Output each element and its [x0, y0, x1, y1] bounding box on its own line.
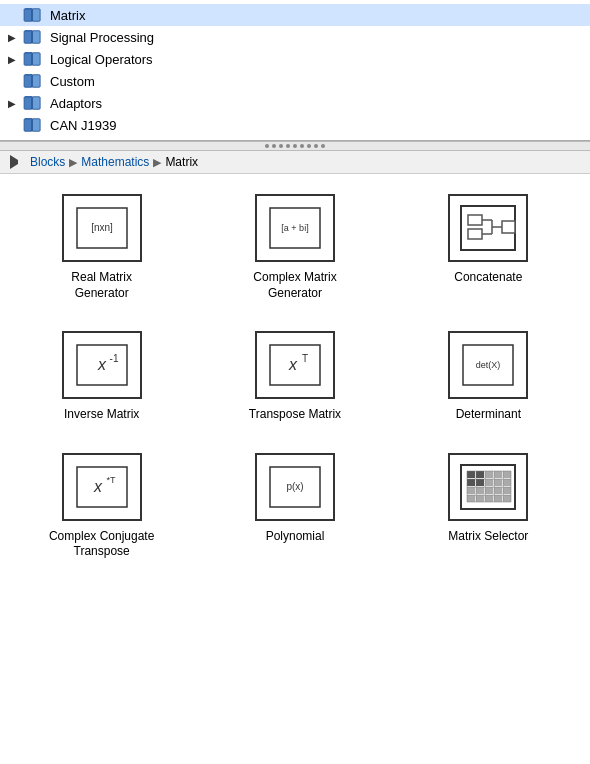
- block-icon-determinant: det(X): [448, 331, 528, 399]
- svg-rect-9: [32, 53, 40, 65]
- svg-rect-53: [494, 471, 502, 478]
- svg-rect-16: [24, 97, 32, 109]
- breadcrumb-arrow-1: ▶: [69, 156, 77, 169]
- tree-label-signal: Signal Processing: [50, 30, 154, 45]
- svg-text:det(X): det(X): [476, 360, 501, 370]
- svg-text:*T: *T: [106, 475, 116, 485]
- separator-dots: [265, 144, 325, 148]
- svg-rect-58: [494, 479, 502, 486]
- block-item-determinant[interactable]: det(X) Determinant: [397, 331, 580, 423]
- tree-item-can-j1939[interactable]: CAN J1939: [0, 114, 590, 136]
- tree-label-adaptors: Adaptors: [50, 96, 102, 111]
- tree-item-adaptors[interactable]: ▶ Adaptors: [0, 92, 590, 114]
- svg-text:[nxn]: [nxn]: [91, 222, 113, 233]
- breadcrumb-blocks[interactable]: Blocks: [30, 155, 65, 169]
- svg-rect-35: [502, 221, 515, 233]
- book-icon-can: [22, 116, 44, 134]
- block-icon-concatenate: [448, 194, 528, 262]
- block-item-concatenate[interactable]: Concatenate: [397, 194, 580, 301]
- block-item-transpose-matrix[interactable]: x T Transpose Matrix: [203, 331, 386, 423]
- block-icon-matrix-selector: [448, 453, 528, 521]
- block-label-complex-conjugate: Complex ConjugateTranspose: [49, 529, 154, 560]
- block-item-complex-conjugate[interactable]: x *T Complex ConjugateTranspose: [10, 453, 193, 560]
- svg-rect-62: [485, 487, 493, 494]
- block-item-complex-matrix-gen[interactable]: [a + bi] Complex MatrixGenerator: [203, 194, 386, 301]
- svg-rect-66: [476, 495, 484, 502]
- block-label-polynomial: Polynomial: [266, 529, 325, 545]
- svg-text:x: x: [93, 478, 103, 495]
- block-label-concatenate: Concatenate: [454, 270, 522, 286]
- svg-rect-12: [24, 75, 32, 87]
- breadcrumb-play-icon[interactable]: [10, 155, 24, 169]
- book-icon-signal: [22, 28, 44, 46]
- svg-rect-68: [494, 495, 502, 502]
- block-icon-complex-conjugate: x *T: [62, 453, 142, 521]
- svg-rect-7: [25, 30, 32, 32]
- block-label-transpose-matrix: Transpose Matrix: [249, 407, 341, 423]
- book-icon-matrix: [22, 6, 44, 24]
- svg-rect-69: [503, 495, 511, 502]
- svg-rect-8: [24, 53, 32, 65]
- svg-rect-5: [32, 31, 40, 43]
- expander-signal: ▶: [8, 32, 20, 43]
- svg-rect-23: [25, 118, 32, 120]
- svg-rect-17: [32, 97, 40, 109]
- expander-adaptors: ▶: [8, 98, 20, 109]
- svg-rect-15: [25, 74, 32, 76]
- svg-rect-1: [32, 9, 40, 21]
- tree-item-signal-processing[interactable]: ▶ Signal Processing: [0, 26, 590, 48]
- block-label-real-matrix-gen: Real MatrixGenerator: [71, 270, 132, 301]
- tree-label-custom: Custom: [50, 74, 95, 89]
- block-item-polynomial[interactable]: p(x) Polynomial: [203, 453, 386, 560]
- block-label-determinant: Determinant: [456, 407, 521, 423]
- tree-panel: Matrix ▶ Signal Processing ▶ Logical Ope…: [0, 0, 590, 141]
- tree-item-logical-operators[interactable]: ▶ Logical Operators: [0, 48, 590, 70]
- svg-rect-3: [25, 8, 32, 10]
- tree-label-matrix: Matrix: [50, 8, 85, 23]
- svg-text:T: T: [302, 353, 308, 364]
- svg-rect-50: [467, 471, 475, 478]
- svg-rect-61: [476, 487, 484, 494]
- panel-separator[interactable]: [0, 141, 590, 151]
- svg-rect-0: [24, 9, 32, 21]
- svg-rect-29: [468, 215, 482, 225]
- svg-rect-30: [468, 229, 482, 239]
- svg-rect-65: [467, 495, 475, 502]
- block-icon-transpose-matrix: x T: [255, 331, 335, 399]
- svg-rect-57: [485, 479, 493, 486]
- svg-text:[a + bi]: [a + bi]: [281, 223, 308, 233]
- svg-text:-1: -1: [109, 353, 118, 364]
- block-icon-inverse-matrix: x -1: [62, 331, 142, 399]
- svg-rect-13: [32, 75, 40, 87]
- svg-rect-11: [25, 52, 32, 54]
- breadcrumb-mathematics[interactable]: Mathematics: [81, 155, 149, 169]
- svg-rect-54: [503, 471, 511, 478]
- tree-label-can: CAN J1939: [50, 118, 116, 133]
- block-item-inverse-matrix[interactable]: x -1 Inverse Matrix: [10, 331, 193, 423]
- block-label-complex-matrix-gen: Complex MatrixGenerator: [253, 270, 336, 301]
- svg-rect-63: [494, 487, 502, 494]
- breadcrumb-matrix: Matrix: [165, 155, 198, 169]
- svg-rect-44: [77, 467, 127, 507]
- tree-item-custom[interactable]: Custom: [0, 70, 590, 92]
- svg-rect-20: [24, 119, 32, 131]
- blocks-panel: [nxn] Real MatrixGenerator [a + bi] Comp…: [0, 174, 590, 580]
- book-icon-adaptors: [22, 94, 44, 112]
- book-icon-custom: [22, 72, 44, 90]
- block-icon-real-matrix-gen: [nxn]: [62, 194, 142, 262]
- tree-item-matrix[interactable]: Matrix: [0, 4, 590, 26]
- expander-logical: ▶: [8, 54, 20, 65]
- svg-rect-51: [476, 471, 484, 478]
- svg-rect-4: [24, 31, 32, 43]
- block-item-real-matrix-gen[interactable]: [nxn] Real MatrixGenerator: [10, 194, 193, 301]
- svg-rect-19: [25, 96, 32, 98]
- svg-text:p(x): p(x): [286, 481, 303, 492]
- block-label-matrix-selector: Matrix Selector: [448, 529, 528, 545]
- tree-label-logical: Logical Operators: [50, 52, 153, 67]
- block-item-matrix-selector[interactable]: Matrix Selector: [397, 453, 580, 560]
- svg-rect-59: [503, 479, 511, 486]
- svg-text:x: x: [288, 356, 298, 373]
- svg-rect-52: [485, 471, 493, 478]
- svg-rect-21: [32, 119, 40, 131]
- svg-rect-67: [485, 495, 493, 502]
